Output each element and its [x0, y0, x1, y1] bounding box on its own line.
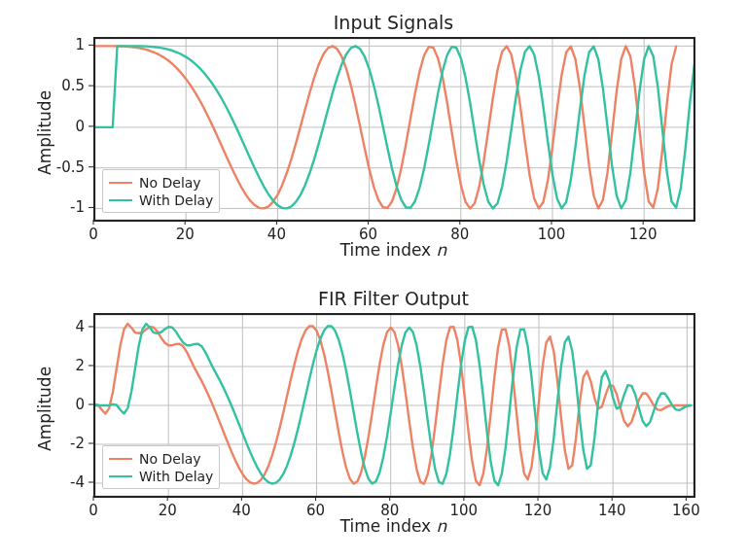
- legend-label-with-delay: With Delay: [139, 192, 213, 208]
- bottom-xlabel-prefix: Time index: [340, 516, 437, 536]
- top-legend: No Delay With Delay: [102, 169, 220, 213]
- bottom-xlabel-var: n: [437, 516, 447, 536]
- svg-text:-0.5: -0.5: [56, 158, 85, 176]
- legend-label-no-delay: No Delay: [139, 451, 201, 467]
- svg-text:0: 0: [75, 396, 85, 413]
- legend-swatch-no-delay: [109, 182, 132, 184]
- legend-row-no-delay: No Delay: [109, 174, 213, 192]
- legend-row-with-delay: With Delay: [109, 468, 213, 485]
- legend-swatch-with-delay: [109, 199, 132, 201]
- svg-text:0: 0: [75, 118, 85, 135]
- svg-text:-1: -1: [70, 198, 85, 216]
- top-title: Input Signals: [93, 12, 694, 33]
- svg-text:-2: -2: [70, 435, 85, 452]
- svg-text:0.5: 0.5: [61, 77, 85, 94]
- top-xlabel-var: n: [437, 240, 447, 260]
- bottom-title: FIR Filter Output: [93, 288, 694, 309]
- bottom-axes: No Delay With Delay: [93, 313, 695, 498]
- svg-text:1: 1: [75, 36, 85, 53]
- top-ylabel: Amplitude: [35, 90, 54, 175]
- legend-row-with-delay: With Delay: [109, 192, 213, 209]
- legend-row-no-delay: No Delay: [109, 450, 213, 468]
- bottom-xlabel: Time index n: [93, 516, 694, 536]
- legend-label-no-delay: No Delay: [139, 175, 201, 191]
- legend-swatch-with-delay: [109, 475, 132, 477]
- legend-swatch-no-delay: [109, 458, 132, 460]
- bottom-legend: No Delay With Delay: [102, 445, 220, 489]
- top-xlabel: Time index n: [93, 240, 694, 260]
- top-axes: No Delay With Delay: [93, 37, 695, 222]
- figure: Input Signals No Delay With Delay 020406…: [0, 0, 747, 560]
- svg-text:2: 2: [75, 357, 85, 374]
- bottom-ylabel: Amplitude: [35, 367, 54, 451]
- top-xlabel-prefix: Time index: [340, 240, 437, 260]
- svg-text:-4: -4: [70, 473, 85, 491]
- legend-label-with-delay: With Delay: [139, 469, 213, 484]
- svg-text:4: 4: [75, 318, 85, 335]
